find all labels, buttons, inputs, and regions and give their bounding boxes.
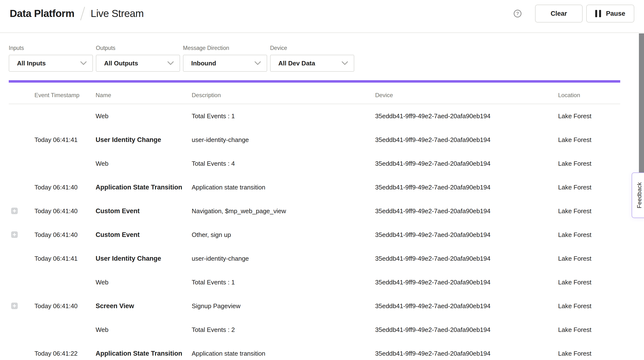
cell-timestamp: Today 06:41:22 xyxy=(34,342,78,360)
breadcrumb: Data Platform Live Stream xyxy=(10,6,144,20)
cell-location: Lake Forest xyxy=(558,294,591,318)
cell-description: Other, sign up xyxy=(192,223,231,247)
event-row[interactable]: Today 06:41:22Application State Transiti… xyxy=(0,342,644,360)
chevron-down-icon xyxy=(342,61,348,65)
dropdown-value: All Inputs xyxy=(17,60,46,67)
column-location: Location xyxy=(558,92,580,99)
cell-device: 35eddb41-9ff9-49e2-7aed-20afa90eb194 xyxy=(375,152,490,176)
expand-icon[interactable] xyxy=(11,303,18,309)
cell-location: Lake Forest xyxy=(558,318,591,342)
column-name: Name xyxy=(96,92,111,99)
filter-label: Message Direction xyxy=(183,45,267,51)
cell-description: Total Events : 2 xyxy=(192,318,235,342)
column-description: Description xyxy=(192,92,221,99)
cell-name: User Identity Change xyxy=(96,128,161,152)
cell-timestamp: Today 06:41:40 xyxy=(34,294,78,318)
cell-device: 35eddb41-9ff9-49e2-7aed-20afa90eb194 xyxy=(375,270,490,294)
expand-icon[interactable] xyxy=(11,231,18,238)
help-glyph: ? xyxy=(516,11,519,16)
filters-bar: Inputs All Inputs Outputs All Outputs Me… xyxy=(9,33,354,72)
cell-device: 35eddb41-9ff9-49e2-7aed-20afa90eb194 xyxy=(375,223,490,247)
chevron-down-icon xyxy=(254,61,261,65)
event-row[interactable]: Today 06:41:41User Identity Changeuser-i… xyxy=(0,247,644,270)
topbar-actions: ? Clear Pause xyxy=(514,4,634,22)
cell-device: 35eddb41-9ff9-49e2-7aed-20afa90eb194 xyxy=(375,247,490,270)
cell-name: Custom Event xyxy=(96,199,140,223)
cell-description: Total Events : 4 xyxy=(192,152,235,176)
expand-icon[interactable] xyxy=(11,208,18,214)
cell-device: 35eddb41-9ff9-49e2-7aed-20afa90eb194 xyxy=(375,176,490,199)
cell-name: Web xyxy=(96,318,108,342)
cell-location: Lake Forest xyxy=(558,152,591,176)
pause-button[interactable]: Pause xyxy=(586,4,634,22)
help-icon[interactable]: ? xyxy=(514,10,522,17)
cell-timestamp: Today 06:41:41 xyxy=(34,247,78,270)
filter-outputs: Outputs All Outputs xyxy=(96,33,180,72)
cell-name: Application State Transition xyxy=(96,176,182,199)
cell-description: user-identity-change xyxy=(192,247,249,270)
stream-progress-bar xyxy=(9,80,620,83)
cell-location: Lake Forest xyxy=(558,104,591,128)
cell-name: User Identity Change xyxy=(96,247,161,270)
cell-device: 35eddb41-9ff9-49e2-7aed-20afa90eb194 xyxy=(375,199,490,223)
outputs-dropdown[interactable]: All Outputs xyxy=(96,55,180,72)
event-row[interactable]: Today 06:41:40Custom EventNavigation, $m… xyxy=(0,199,644,223)
cell-device: 35eddb41-9ff9-49e2-7aed-20afa90eb194 xyxy=(375,104,490,128)
cell-description: user-identity-change xyxy=(192,128,249,152)
top-bar: Data Platform Live Stream ? Clear Pause xyxy=(0,0,644,33)
event-row[interactable]: Today 06:41:41User Identity Changeuser-i… xyxy=(0,128,644,152)
breadcrumb-separator xyxy=(80,7,85,20)
filter-message-direction: Message Direction Inbound xyxy=(183,33,267,72)
device-dropdown[interactable]: All Dev Data xyxy=(270,55,354,72)
cell-location: Lake Forest xyxy=(558,223,591,247)
filter-label: Inputs xyxy=(9,45,93,51)
filter-device: Device All Dev Data xyxy=(270,33,354,72)
column-device: Device xyxy=(375,92,393,99)
pause-icon xyxy=(595,10,601,17)
cell-location: Lake Forest xyxy=(558,270,591,294)
cell-name: Web xyxy=(96,152,108,176)
filter-label: Device xyxy=(270,45,354,51)
cell-description: Application state transition xyxy=(192,342,266,360)
inputs-dropdown[interactable]: All Inputs xyxy=(9,55,93,72)
cell-location: Lake Forest xyxy=(558,128,591,152)
cell-location: Lake Forest xyxy=(558,199,591,223)
chevron-down-icon xyxy=(168,61,174,65)
event-row[interactable]: WebTotal Events : 435eddb41-9ff9-49e2-7a… xyxy=(0,152,644,176)
cell-device: 35eddb41-9ff9-49e2-7aed-20afa90eb194 xyxy=(375,318,490,342)
cell-description: Total Events : 1 xyxy=(192,270,235,294)
cell-location: Lake Forest xyxy=(558,176,591,199)
cell-timestamp: Today 06:41:40 xyxy=(34,176,78,199)
cell-name: Application State Transition xyxy=(96,342,182,360)
filter-inputs: Inputs All Inputs xyxy=(9,33,93,72)
cell-description: Total Events : 1 xyxy=(192,104,235,128)
cell-timestamp: Today 06:41:41 xyxy=(34,128,78,152)
cell-name: Screen View xyxy=(96,294,134,318)
event-row[interactable]: Today 06:41:40Custom EventOther, sign up… xyxy=(0,223,644,247)
cell-name: Web xyxy=(96,104,108,128)
cell-timestamp: Today 06:41:40 xyxy=(34,199,78,223)
cell-device: 35eddb41-9ff9-49e2-7aed-20afa90eb194 xyxy=(375,342,490,360)
breadcrumb-data-platform[interactable]: Data Platform xyxy=(10,8,74,19)
pause-label: Pause xyxy=(606,10,625,17)
clear-button[interactable]: Clear xyxy=(535,4,582,22)
feedback-label: Feedback xyxy=(636,182,643,208)
dropdown-value: Inbound xyxy=(191,60,216,67)
message-direction-dropdown[interactable]: Inbound xyxy=(183,55,267,72)
page-title: Live Stream xyxy=(91,8,144,19)
event-row[interactable]: Today 06:41:40Application State Transiti… xyxy=(0,176,644,199)
event-row[interactable]: WebTotal Events : 135eddb41-9ff9-49e2-7a… xyxy=(0,104,644,128)
feedback-tab[interactable]: Feedback xyxy=(632,173,644,218)
cell-description: Application state transition xyxy=(192,176,266,199)
cell-device: 35eddb41-9ff9-49e2-7aed-20afa90eb194 xyxy=(375,128,490,152)
live-stream-page: Data Platform Live Stream ? Clear Pause … xyxy=(0,0,644,360)
chevron-down-icon xyxy=(80,61,87,65)
dropdown-value: All Outputs xyxy=(104,60,138,67)
event-row[interactable]: WebTotal Events : 235eddb41-9ff9-49e2-7a… xyxy=(0,318,644,342)
cell-location: Lake Forest xyxy=(558,342,591,360)
cell-name: Custom Event xyxy=(96,223,140,247)
event-row[interactable]: Today 06:41:40Screen ViewSignup Pageview… xyxy=(0,294,644,318)
event-row[interactable]: WebTotal Events : 135eddb41-9ff9-49e2-7a… xyxy=(0,270,644,294)
column-event-timestamp: Event Timestamp xyxy=(34,92,79,99)
cell-name: Web xyxy=(96,270,108,294)
